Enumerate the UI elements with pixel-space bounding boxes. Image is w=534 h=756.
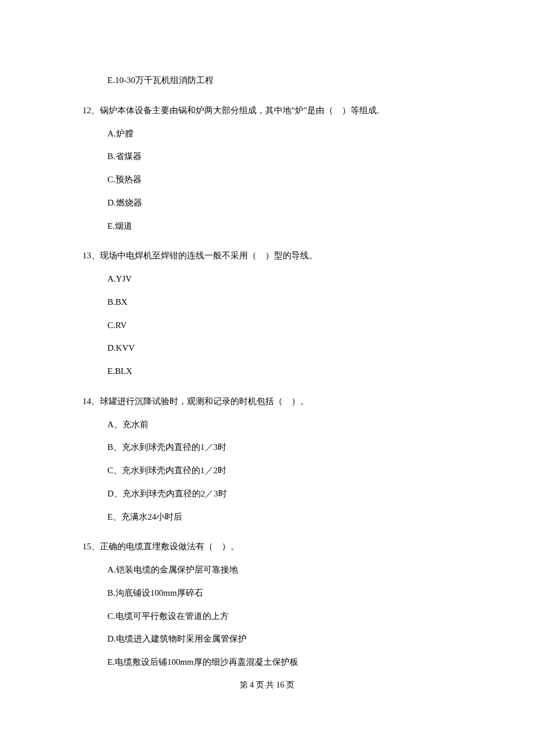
q14-option-b: B、充水到球壳内直径的1／3时 (107, 441, 452, 454)
q14-option-e: E、充满水24小时后 (107, 511, 452, 524)
q12-option-d: D.燃烧器 (107, 197, 452, 210)
q15-option-b: B.沟底铺设100mm厚碎石 (107, 587, 452, 600)
q15-option-a: A.铠装电缆的金属保护层可靠接地 (107, 564, 452, 577)
page-footer: 第 4 页 共 16 页 (82, 679, 452, 691)
q12-option-e: E.烟道 (107, 220, 452, 233)
q13-option-a: A.YJV (107, 273, 452, 286)
q15-text: 15、正确的电缆直埋敷设做法有（ ）。 (82, 541, 452, 553)
q12-option-b: B.省煤器 (107, 150, 452, 163)
q13-option-e: E.BLX (107, 365, 452, 378)
q14-option-a: A、充水前 (107, 419, 452, 431)
q12-option-c: C.预热器 (107, 174, 452, 186)
q13-text: 13、现场中电焊机至焊钳的连线一般不采用（ ）型的导线。 (82, 250, 452, 262)
q14-text: 14、球罐进行沉降试验时，观测和记录的时机包括（ ）。 (82, 395, 452, 408)
q12-option-a: A.炉膛 (107, 128, 452, 141)
page: E.10-30万千瓦机组消防工程 12、锅炉本体设备主要由锅和炉两大部分组成，其… (0, 0, 534, 714)
q14-option-c: C、充水到球壳内直径的1／2时 (107, 465, 452, 477)
q13-option-d: D.KVV (107, 342, 452, 355)
q15-option-c: C.电缆可平行敷设在管道的上方 (107, 610, 452, 623)
q15-option-e: E.电缆敷设后铺100mm厚的细沙再盖混凝土保护板 (107, 656, 452, 669)
q11-option-e: E.10-30万千瓦机组消防工程 (107, 74, 452, 87)
q13-option-c: C.RV (107, 319, 452, 332)
q14-option-d: D、充水到球壳内直径的2／3时 (107, 488, 452, 501)
q12-text: 12、锅炉本体设备主要由锅和炉两大部分组成，其中地"炉"是由（ ）等组成. (82, 105, 452, 117)
q13-option-b: B.BX (107, 296, 452, 309)
q15-option-d: D.电缆进入建筑物时采用金属管保护 (107, 633, 452, 646)
